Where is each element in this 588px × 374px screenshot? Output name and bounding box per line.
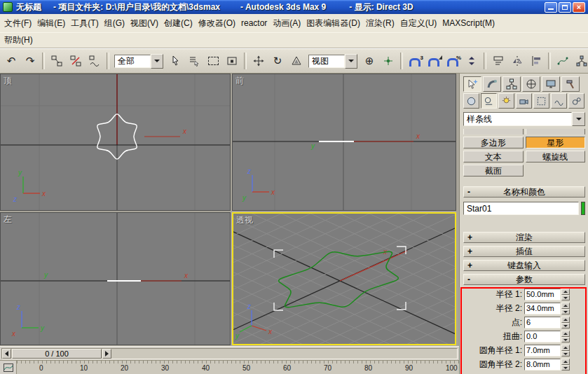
viewport-left[interactable]: 左 x y z: [0, 212, 231, 345]
spinner-down-icon[interactable]: [561, 337, 570, 343]
rectangular-selection-region-button[interactable]: [204, 51, 222, 71]
percent-snap-toggle-button[interactable]: %: [444, 51, 462, 71]
selection-filter-dropdown[interactable]: 全部: [114, 54, 163, 68]
spinner-down-icon[interactable]: [561, 365, 570, 371]
category-geometry-button[interactable]: [463, 93, 479, 109]
object-color-swatch[interactable]: [581, 202, 585, 215]
close-button[interactable]: ×: [573, 2, 585, 13]
schematic-view-button[interactable]: [573, 51, 588, 71]
parameter-spinner[interactable]: [561, 303, 570, 314]
select-and-move-button[interactable]: [249, 51, 268, 71]
tab-display[interactable]: [542, 76, 560, 92]
select-and-manipulate-button[interactable]: [379, 51, 397, 71]
category-shapes-button[interactable]: [481, 93, 497, 109]
select-and-rotate-button[interactable]: ↻: [268, 51, 287, 71]
menu-item[interactable]: 动画(A): [270, 16, 303, 31]
menu-item[interactable]: 图表编辑器(D): [303, 16, 363, 31]
time-slider-track[interactable]: 0 / 100: [1, 348, 458, 359]
undo-button[interactable]: ↶: [2, 51, 20, 71]
unlink-selection-button[interactable]: [67, 51, 85, 71]
redo-button[interactable]: ↷: [21, 51, 39, 71]
viewport-top[interactable]: 顶 x y: [0, 74, 231, 211]
object-type-button[interactable]: 螺旋线: [526, 151, 586, 162]
spinner-snap-toggle-button[interactable]: [463, 51, 481, 71]
select-and-link-button[interactable]: [48, 51, 66, 71]
mini-curve-editor-button[interactable]: [0, 361, 17, 374]
parameter-spinner[interactable]: [561, 289, 570, 300]
tab-hierarchy[interactable]: [502, 76, 521, 92]
parameter-value-field[interactable]: 0.0: [524, 331, 561, 342]
window-crossing-toggle[interactable]: [223, 51, 241, 71]
bind-to-space-warp-button[interactable]: [86, 51, 104, 71]
viewport-front[interactable]: 前 x y z x: [232, 74, 456, 211]
parameter-spinner[interactable]: [561, 345, 570, 356]
object-type-button-clipped[interactable]: [526, 129, 586, 134]
spinner-up-icon[interactable]: [561, 303, 570, 309]
category-lights-button[interactable]: [498, 93, 514, 109]
menu-item[interactable]: 工具(T): [68, 16, 101, 31]
spinner-down-icon[interactable]: [561, 323, 570, 329]
viewport-top-label[interactable]: 顶: [4, 75, 12, 87]
tab-utilities[interactable]: [561, 76, 580, 92]
trackbar-ruler[interactable]: 0102030405060708090100: [17, 361, 459, 374]
object-type-button[interactable]: 文本: [463, 151, 524, 162]
parameter-spinner[interactable]: [561, 317, 570, 328]
rollout-name-and-color[interactable]: - 名称和颜色: [463, 186, 585, 198]
parameter-value-field[interactable]: 6: [524, 317, 561, 328]
reference-coordinate-dropdown[interactable]: 视图: [308, 54, 357, 68]
object-type-button-clipped[interactable]: [463, 129, 524, 134]
parameter-spinner[interactable]: [561, 359, 570, 370]
tab-modify[interactable]: [483, 76, 501, 92]
align-button[interactable]: [527, 51, 545, 71]
parameter-value-field[interactable]: 7.0mm: [524, 345, 561, 356]
dropdown-arrow-icon[interactable]: [345, 54, 357, 69]
dropdown-arrow-icon[interactable]: [151, 54, 163, 69]
menu-item[interactable]: 渲染(R): [363, 16, 397, 31]
tab-create[interactable]: [463, 76, 481, 92]
parameter-value-field[interactable]: 50.0mm: [524, 289, 561, 300]
curve-editor-button[interactable]: [554, 51, 572, 71]
select-object-button[interactable]: [166, 51, 184, 71]
use-pivot-point-center-button[interactable]: ⊕: [360, 51, 378, 71]
viewport-perspective[interactable]: 透视 x: [232, 212, 456, 345]
angle-snap-toggle-button[interactable]: [425, 51, 443, 71]
viewport-left-label[interactable]: 左: [4, 214, 12, 226]
select-by-name-button[interactable]: [185, 51, 203, 71]
rollout-rendering[interactable]: + 渲染: [463, 232, 585, 243]
mirror-button[interactable]: [508, 51, 526, 71]
spinner-up-icon[interactable]: [561, 317, 570, 323]
menu-item[interactable]: 创建(C): [161, 16, 196, 31]
category-cameras-button[interactable]: [516, 93, 532, 109]
select-and-scale-button[interactable]: [287, 51, 306, 71]
spinner-up-icon[interactable]: [561, 289, 570, 295]
dropdown-arrow-icon[interactable]: [572, 112, 585, 126]
spinner-up-icon[interactable]: [561, 331, 570, 337]
parameter-value-field[interactable]: 8.0mm: [524, 359, 561, 370]
maximize-button[interactable]: [559, 2, 571, 13]
menu-item[interactable]: 编辑(E): [34, 16, 68, 31]
rollout-interpolation[interactable]: + 插值: [463, 246, 585, 257]
object-type-button[interactable]: 星形: [526, 137, 586, 148]
menu-item[interactable]: 修改器(O): [196, 16, 238, 31]
time-step-forward-button[interactable]: [102, 349, 111, 359]
spline-category-dropdown[interactable]: 样条线: [463, 112, 585, 126]
rollout-keyboard-entry[interactable]: + 键盘输入: [463, 260, 585, 271]
category-systems-button[interactable]: [568, 93, 584, 109]
menu-item[interactable]: 组(G): [102, 16, 128, 31]
menu-item[interactable]: reactor: [238, 17, 270, 29]
menu-item[interactable]: MAXScript(M): [439, 17, 498, 29]
rollout-parameters[interactable]: - 参数: [463, 274, 585, 285]
object-name-input[interactable]: [463, 202, 579, 215]
category-helpers-button[interactable]: [533, 93, 549, 109]
spinner-down-icon[interactable]: [561, 351, 570, 357]
snaps-toggle-button[interactable]: 3: [406, 51, 424, 71]
menu-item[interactable]: 文件(F): [1, 16, 34, 31]
spinner-up-icon[interactable]: [561, 359, 570, 365]
menu-item[interactable]: 视图(V): [128, 16, 161, 31]
parameter-spinner[interactable]: [561, 331, 570, 342]
category-space-warps-button[interactable]: [551, 93, 567, 109]
viewport-front-label[interactable]: 前: [235, 75, 244, 87]
minimize-button[interactable]: [545, 2, 557, 13]
spinner-down-icon[interactable]: [561, 295, 570, 301]
object-type-button[interactable]: 截面: [463, 165, 524, 176]
